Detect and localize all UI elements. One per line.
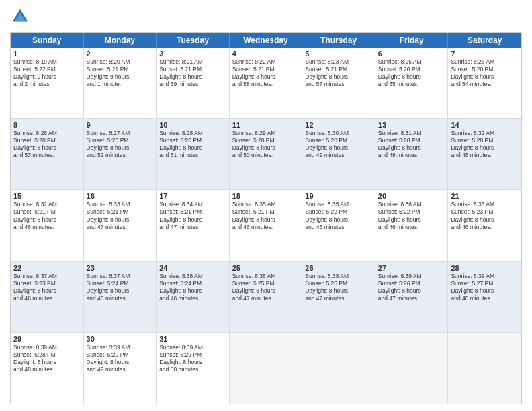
header-day-tuesday: Tuesday (157, 33, 230, 48)
day-cell-13: 13Sunrise: 8:31 AM Sunset: 5:20 PM Dayli… (375, 119, 449, 189)
empty-cell (448, 333, 521, 404)
day-number: 2 (87, 50, 154, 58)
day-cell-12: 12Sunrise: 8:30 AM Sunset: 5:20 PM Dayli… (302, 119, 375, 189)
day-cell-11: 11Sunrise: 8:29 AM Sunset: 5:20 PM Dayli… (230, 119, 303, 189)
day-info: Sunrise: 8:33 AM Sunset: 5:21 PM Dayligh… (87, 201, 154, 230)
day-number: 15 (13, 192, 81, 200)
day-cell-23: 23Sunrise: 8:37 AM Sunset: 5:24 PM Dayli… (84, 262, 157, 332)
calendar-row-3: 15Sunrise: 8:32 AM Sunset: 5:21 PM Dayli… (11, 190, 521, 261)
day-info: Sunrise: 8:28 AM Sunset: 5:20 PM Dayligh… (159, 130, 226, 159)
header-day-thursday: Thursday (302, 33, 375, 48)
day-number: 13 (378, 121, 445, 129)
day-info: Sunrise: 8:32 AM Sunset: 5:21 PM Dayligh… (13, 201, 81, 230)
day-number: 22 (13, 264, 81, 272)
day-number: 26 (305, 264, 372, 272)
day-info: Sunrise: 8:29 AM Sunset: 5:20 PM Dayligh… (232, 130, 300, 159)
day-info: Sunrise: 8:32 AM Sunset: 5:20 PM Dayligh… (451, 130, 519, 159)
day-cell-9: 9Sunrise: 8:27 AM Sunset: 5:20 PM Daylig… (84, 119, 157, 189)
empty-cell (375, 333, 449, 404)
day-info: Sunrise: 8:22 AM Sunset: 5:21 PM Dayligh… (232, 58, 300, 88)
day-cell-27: 27Sunrise: 8:39 AM Sunset: 5:26 PM Dayli… (375, 262, 449, 332)
day-cell-25: 25Sunrise: 8:38 AM Sunset: 5:25 PM Dayli… (230, 262, 303, 332)
day-info: Sunrise: 8:39 AM Sunset: 5:29 PM Dayligh… (87, 344, 154, 373)
day-number: 7 (451, 50, 519, 58)
day-number: 4 (232, 50, 300, 58)
day-info: Sunrise: 8:39 AM Sunset: 5:27 PM Dayligh… (451, 273, 519, 302)
day-number: 1 (13, 50, 81, 58)
day-number: 30 (87, 335, 154, 343)
day-info: Sunrise: 8:19 AM Sunset: 5:22 PM Dayligh… (13, 58, 81, 88)
day-info: Sunrise: 8:20 AM Sunset: 5:21 PM Dayligh… (87, 58, 154, 88)
header (10, 7, 522, 27)
day-info: Sunrise: 8:36 AM Sunset: 5:23 PM Dayligh… (451, 201, 519, 230)
day-cell-4: 4Sunrise: 8:22 AM Sunset: 5:21 PM Daylig… (230, 48, 303, 118)
day-cell-6: 6Sunrise: 8:25 AM Sunset: 5:20 PM Daylig… (375, 48, 449, 118)
day-cell-22: 22Sunrise: 8:37 AM Sunset: 5:23 PM Dayli… (11, 262, 84, 332)
day-cell-29: 29Sunrise: 8:39 AM Sunset: 5:28 PM Dayli… (11, 333, 84, 404)
calendar-body: 1Sunrise: 8:19 AM Sunset: 5:22 PM Daylig… (11, 48, 521, 404)
day-cell-14: 14Sunrise: 8:32 AM Sunset: 5:20 PM Dayli… (448, 119, 521, 189)
day-number: 25 (232, 264, 300, 272)
day-info: Sunrise: 8:37 AM Sunset: 5:24 PM Dayligh… (87, 273, 154, 302)
day-number: 10 (159, 121, 226, 129)
day-info: Sunrise: 8:39 AM Sunset: 5:28 PM Dayligh… (13, 344, 81, 373)
day-number: 17 (159, 192, 226, 200)
day-cell-26: 26Sunrise: 8:38 AM Sunset: 5:26 PM Dayli… (302, 262, 375, 332)
day-info: Sunrise: 8:26 AM Sunset: 5:20 PM Dayligh… (451, 58, 519, 88)
header-day-friday: Friday (375, 33, 449, 48)
day-info: Sunrise: 8:21 AM Sunset: 5:21 PM Dayligh… (159, 58, 226, 88)
day-number: 18 (232, 192, 300, 200)
day-info: Sunrise: 8:31 AM Sunset: 5:20 PM Dayligh… (378, 130, 445, 159)
day-number: 21 (451, 192, 519, 200)
day-info: Sunrise: 8:25 AM Sunset: 5:20 PM Dayligh… (378, 58, 445, 88)
day-info: Sunrise: 8:23 AM Sunset: 5:21 PM Dayligh… (305, 58, 372, 88)
calendar-header: SundayMondayTuesdayWednesdayThursdayFrid… (11, 33, 521, 48)
day-cell-19: 19Sunrise: 8:35 AM Sunset: 5:22 PM Dayli… (302, 190, 375, 261)
calendar-row-4: 22Sunrise: 8:37 AM Sunset: 5:23 PM Dayli… (11, 262, 521, 333)
calendar-row-1: 1Sunrise: 8:19 AM Sunset: 5:22 PM Daylig… (11, 48, 521, 119)
calendar-row-5: 29Sunrise: 8:39 AM Sunset: 5:28 PM Dayli… (11, 333, 521, 404)
day-cell-8: 8Sunrise: 8:26 AM Sunset: 5:20 PM Daylig… (11, 119, 84, 189)
day-cell-31: 31Sunrise: 8:39 AM Sunset: 5:29 PM Dayli… (157, 333, 230, 404)
header-day-wednesday: Wednesday (230, 33, 303, 48)
day-cell-17: 17Sunrise: 8:34 AM Sunset: 5:21 PM Dayli… (157, 190, 230, 261)
day-info: Sunrise: 8:35 AM Sunset: 5:22 PM Dayligh… (305, 201, 372, 230)
empty-cell (302, 333, 375, 404)
day-number: 8 (13, 121, 81, 129)
day-cell-30: 30Sunrise: 8:39 AM Sunset: 5:29 PM Dayli… (84, 333, 157, 404)
calendar: SundayMondayTuesdayWednesdayThursdayFrid… (10, 32, 522, 404)
day-number: 19 (305, 192, 372, 200)
day-number: 12 (305, 121, 372, 129)
day-info: Sunrise: 8:37 AM Sunset: 5:23 PM Dayligh… (13, 273, 81, 302)
day-number: 27 (378, 264, 445, 272)
day-cell-15: 15Sunrise: 8:32 AM Sunset: 5:21 PM Dayli… (11, 190, 84, 261)
day-cell-24: 24Sunrise: 8:38 AM Sunset: 5:24 PM Dayli… (157, 262, 230, 332)
day-info: Sunrise: 8:38 AM Sunset: 5:26 PM Dayligh… (305, 273, 372, 302)
day-number: 3 (159, 50, 226, 58)
logo (10, 7, 33, 27)
day-info: Sunrise: 8:34 AM Sunset: 5:21 PM Dayligh… (159, 201, 226, 230)
day-number: 6 (378, 50, 445, 58)
day-cell-2: 2Sunrise: 8:20 AM Sunset: 5:21 PM Daylig… (84, 48, 157, 118)
day-number: 16 (87, 192, 154, 200)
page: SundayMondayTuesdayWednesdayThursdayFrid… (0, 0, 532, 411)
day-info: Sunrise: 8:26 AM Sunset: 5:20 PM Dayligh… (13, 130, 81, 159)
day-info: Sunrise: 8:27 AM Sunset: 5:20 PM Dayligh… (87, 130, 154, 159)
day-cell-28: 28Sunrise: 8:39 AM Sunset: 5:27 PM Dayli… (448, 262, 521, 332)
day-number: 23 (87, 264, 154, 272)
day-cell-1: 1Sunrise: 8:19 AM Sunset: 5:22 PM Daylig… (11, 48, 84, 118)
day-info: Sunrise: 8:38 AM Sunset: 5:25 PM Dayligh… (232, 273, 300, 302)
header-day-saturday: Saturday (448, 33, 521, 48)
day-cell-18: 18Sunrise: 8:35 AM Sunset: 5:21 PM Dayli… (230, 190, 303, 261)
day-number: 14 (451, 121, 519, 129)
day-cell-16: 16Sunrise: 8:33 AM Sunset: 5:21 PM Dayli… (84, 190, 157, 261)
day-cell-7: 7Sunrise: 8:26 AM Sunset: 5:20 PM Daylig… (448, 48, 521, 118)
day-cell-10: 10Sunrise: 8:28 AM Sunset: 5:20 PM Dayli… (157, 119, 230, 189)
day-info: Sunrise: 8:30 AM Sunset: 5:20 PM Dayligh… (305, 130, 372, 159)
day-info: Sunrise: 8:38 AM Sunset: 5:24 PM Dayligh… (159, 273, 226, 302)
day-cell-3: 3Sunrise: 8:21 AM Sunset: 5:21 PM Daylig… (157, 48, 230, 118)
day-number: 20 (378, 192, 445, 200)
day-cell-5: 5Sunrise: 8:23 AM Sunset: 5:21 PM Daylig… (302, 48, 375, 118)
logo-icon (10, 7, 30, 27)
day-info: Sunrise: 8:39 AM Sunset: 5:29 PM Dayligh… (159, 344, 226, 373)
